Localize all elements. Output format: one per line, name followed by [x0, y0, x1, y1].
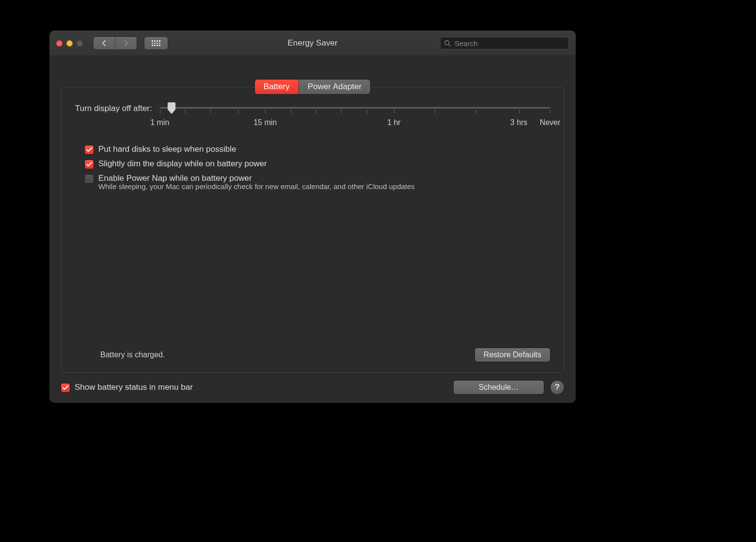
- option-hard-disks-label: Put hard disks to sleep when possible: [98, 144, 236, 154]
- preferences-body: Battery Power Adapter Turn display off a…: [49, 56, 576, 403]
- checkmark-icon: [86, 147, 92, 152]
- help-button[interactable]: ?: [551, 381, 564, 394]
- option-power-nap-description: While sleeping, your Mac can periodicall…: [98, 182, 550, 191]
- option-power-nap[interactable]: Enable Power Nap while on battery power: [85, 174, 550, 183]
- display-off-row: Turn display off after: 1 min 15 min 1 h…: [75, 102, 550, 131]
- tab-bar: Battery Power Adapter: [255, 80, 370, 94]
- display-off-label: Turn display off after:: [75, 104, 152, 113]
- battery-status-text: Battery is charged.: [100, 351, 165, 359]
- search-icon: [444, 40, 451, 47]
- forward-button[interactable]: [115, 37, 137, 49]
- search-input[interactable]: [454, 39, 565, 48]
- nav-buttons: [94, 37, 137, 49]
- slider-ticks: [160, 110, 550, 115]
- minimize-window-button[interactable]: [66, 40, 73, 47]
- tick-label-never: Never: [540, 118, 561, 127]
- options-list: Put hard disks to sleep when possible Sl…: [85, 144, 550, 193]
- window-controls: [56, 40, 83, 47]
- slider-track: [160, 107, 550, 109]
- panel-footer: Battery is charged. Restore Defaults: [75, 346, 550, 366]
- zoom-window-button[interactable]: [77, 40, 83, 47]
- schedule-button[interactable]: Schedule…: [454, 381, 544, 394]
- checkbox-power-nap[interactable]: [85, 175, 94, 183]
- tab-power-adapter[interactable]: Power Adapter: [299, 80, 371, 94]
- tick-label-15min: 15 min: [253, 118, 277, 127]
- option-hard-disks[interactable]: Put hard disks to sleep when possible: [85, 144, 550, 154]
- checkbox-hard-disks[interactable]: [85, 145, 94, 154]
- tick-label-1min: 1 min: [150, 118, 169, 127]
- option-show-battery-menu[interactable]: Show battery status in menu bar: [61, 383, 193, 392]
- settings-panel: Turn display off after: 1 min 15 min 1 h…: [61, 87, 564, 373]
- tab-battery[interactable]: Battery: [255, 80, 299, 94]
- show-battery-menu-label: Show battery status in menu bar: [75, 383, 193, 392]
- checkmark-icon: [63, 385, 68, 390]
- tick-label-3hr: 3 hrs: [510, 118, 528, 127]
- search-field[interactable]: [440, 37, 569, 49]
- chevron-left-icon: [102, 40, 107, 46]
- tick-label-1hr: 1 hr: [387, 118, 401, 127]
- checkbox-show-battery-menu[interactable]: [61, 383, 70, 392]
- bottom-row: Show battery status in menu bar Schedule…: [61, 381, 564, 394]
- show-all-button[interactable]: [144, 37, 168, 49]
- grid-icon: [152, 40, 160, 46]
- restore-defaults-button[interactable]: Restore Defaults: [475, 348, 550, 362]
- display-off-slider[interactable]: 1 min 15 min 1 hr 3 hrs Never: [160, 102, 550, 131]
- checkmark-icon: [86, 162, 92, 167]
- titlebar: Energy Saver: [49, 31, 576, 56]
- checkbox-dim-display[interactable]: [85, 160, 94, 169]
- back-button[interactable]: [94, 37, 115, 49]
- option-dim-display-label: Slightly dim the display while on batter…: [98, 159, 267, 169]
- close-window-button[interactable]: [56, 40, 63, 47]
- option-power-nap-label: Enable Power Nap while on battery power: [98, 174, 252, 183]
- svg-line-1: [449, 45, 451, 47]
- slider-thumb[interactable]: [167, 102, 176, 114]
- option-dim-display[interactable]: Slightly dim the display while on batter…: [85, 159, 550, 169]
- chevron-right-icon: [124, 40, 128, 46]
- preferences-window: Energy Saver Battery Power Adapter Turn …: [49, 31, 576, 403]
